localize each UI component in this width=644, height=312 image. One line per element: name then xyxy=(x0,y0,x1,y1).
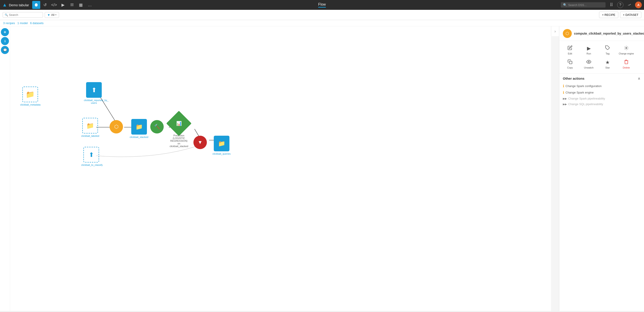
delete-icon xyxy=(624,59,629,65)
flow-canvas[interactable]: + ℹ 💬 📁 clickb xyxy=(0,26,551,311)
bottom-bar: 👁 View : default ▾ ⚙ FLOW ACTIONS ▾ loca… xyxy=(0,311,644,312)
datasets-count: 6 xyxy=(30,21,32,25)
filter-dropdown[interactable]: ▼ All ▾ xyxy=(45,12,59,18)
node-stack-recipe[interactable]: ⬡ xyxy=(110,120,123,134)
node-clickbait-classify[interactable]: ⬆ clickbait_to_classify xyxy=(81,147,101,166)
recipes-link[interactable]: 3 recipes xyxy=(3,21,15,25)
model-label: model xyxy=(20,21,28,25)
node-label-queries: clickbait_queries xyxy=(212,153,230,155)
side-icons: + ℹ 💬 xyxy=(0,26,10,311)
node-label-labeled: clickbait_labeled xyxy=(81,135,99,137)
filter-icon: ▼ xyxy=(47,13,50,17)
spark-config-item[interactable]: ℹ Change Spark configuration xyxy=(563,83,640,89)
more-nav-icon[interactable]: … xyxy=(86,1,94,9)
edit-icon xyxy=(568,45,572,51)
model-link[interactable]: 1 model xyxy=(18,21,28,25)
star-button[interactable]: ★ Star xyxy=(598,58,616,71)
spark-config-icon: ℹ xyxy=(563,84,564,88)
svg-rect-12 xyxy=(569,61,572,64)
run-button[interactable]: ▶ Run xyxy=(580,43,598,57)
node-clickbait-labeled[interactable]: 📁 clickbait_labeled xyxy=(81,118,99,137)
toolbar: 🔍 ▼ All ▾ + RECIPE + DATASET xyxy=(0,10,644,20)
node-clickbait-metadata[interactable]: 📁 clickbait_metadata xyxy=(20,87,40,106)
panel-arrow[interactable]: › xyxy=(551,26,559,36)
top-nav: ▲ Demo tabular ↺ </> ▶ ▦ … Flow 🔍 ⠿ ? A xyxy=(0,0,644,10)
engine-icon xyxy=(624,45,629,52)
node-train-recipe[interactable]: 🔨 xyxy=(150,120,164,134)
spark-engine-icon: ℹ xyxy=(563,90,564,95)
copy-button[interactable]: Copy xyxy=(561,58,579,71)
add-dataset-button[interactable]: + DATASET xyxy=(620,11,641,18)
chat-icon[interactable]: 💬 xyxy=(1,46,9,54)
node-clickbait-reported[interactable]: ⬆ clickbait_reported_by_users xyxy=(84,82,104,104)
datasets-link[interactable]: 6 datasets xyxy=(30,21,44,25)
main-area: + ℹ 💬 📁 clickb xyxy=(0,26,644,311)
tag-button[interactable]: Tag xyxy=(598,43,616,57)
add-recipe-button[interactable]: + RECIPE xyxy=(599,11,618,18)
sql-pipeline-item[interactable]: ▶▶ Change SQL pipelineability xyxy=(563,101,640,107)
folder-queries-icon: 📁 xyxy=(218,140,225,147)
project-name[interactable]: Demo tabular xyxy=(9,3,29,7)
spark-pipeline-label: Change Spark pipelineability xyxy=(568,97,605,100)
node-clickbait-queries[interactable]: 📁 clickbait_queries xyxy=(212,136,230,155)
change-engine-label: Change engine xyxy=(619,52,634,55)
other-actions-header: Other actions ∧ xyxy=(563,76,640,81)
edit-button[interactable]: Edit xyxy=(561,43,579,57)
recipe-icon: ⬡ xyxy=(563,29,572,38)
sql-pipeline-icon: ▶▶ xyxy=(563,103,567,106)
collapse-icon[interactable]: ∧ xyxy=(638,76,640,81)
upload-classify-icon: ⬆ xyxy=(89,151,94,158)
code-nav-icon[interactable]: </> xyxy=(50,1,58,9)
model-icon: 📊 xyxy=(176,121,182,126)
flow-search-input[interactable] xyxy=(9,13,41,16)
change-engine-button[interactable]: Change engine xyxy=(618,43,635,57)
unwatch-button[interactable]: Unwatch xyxy=(580,58,598,71)
node-prediction-model[interactable]: 📊 Prediction (LOGISTICREGRESSION) onclic… xyxy=(169,115,189,148)
filter-label: All xyxy=(51,13,54,16)
flow-search[interactable]: 🔍 xyxy=(3,12,43,18)
node-label-reported: clickbait_reported_by_users xyxy=(84,99,104,104)
node-label-stacked: clickbait_stacked xyxy=(130,136,148,138)
tag-label: Tag xyxy=(606,52,610,55)
flow-nav-icon[interactable] xyxy=(32,1,40,9)
star-label: Star xyxy=(605,66,610,69)
search-icon-small: 🔍 xyxy=(5,13,8,16)
folder-dashed-icon: 📁 xyxy=(86,122,94,130)
global-search[interactable]: 🔍 xyxy=(561,2,606,7)
datasets-label: datasets xyxy=(33,21,44,25)
info-icon[interactable]: ℹ xyxy=(1,37,9,45)
recipes-count: 3 xyxy=(3,21,5,25)
unwatch-label: Unwatch xyxy=(584,66,594,69)
flow-tab[interactable]: Flow xyxy=(318,2,326,7)
node-label-prediction: Prediction (LOGISTICREGRESSION) onclickb… xyxy=(169,134,189,148)
deploy-nav-icon[interactable] xyxy=(68,1,76,9)
apps-icon[interactable]: ⠿ xyxy=(607,1,616,9)
run-icon: ▶ xyxy=(587,45,591,51)
panel-title: compute_clickbait_reported_by_users_stac… xyxy=(574,32,644,35)
nav-right: 🔍 ⠿ ? A xyxy=(561,1,642,9)
model-count: 1 xyxy=(18,21,19,25)
avatar[interactable]: A xyxy=(635,1,642,8)
refresh-nav-icon[interactable]: ↺ xyxy=(41,1,49,9)
other-actions-section: Other actions ∧ ℹ Change Spark configura… xyxy=(559,74,644,110)
filter-funnel-icon: ▼ xyxy=(198,140,202,145)
folder-stacked-icon: 📁 xyxy=(136,123,143,130)
spark-pipeline-item[interactable]: ▶▶ Change Spark pipelineability xyxy=(563,96,640,101)
node-clickbait-stacked[interactable]: 📁 clickbait_stacked xyxy=(130,119,148,138)
edit-label: Edit xyxy=(568,52,572,55)
analytics-icon[interactable] xyxy=(625,1,633,9)
dashboard-nav-icon[interactable]: ▦ xyxy=(77,1,85,9)
help-icon[interactable]: ? xyxy=(617,2,624,8)
run-label: Run xyxy=(586,52,591,55)
svg-point-13 xyxy=(588,61,590,62)
run-nav-icon[interactable]: ▶ xyxy=(59,1,67,9)
spark-engine-item[interactable]: ℹ Change Spark engine xyxy=(563,89,640,96)
delete-button[interactable]: Delete xyxy=(618,58,635,71)
layers-icon: ⬡ xyxy=(566,31,569,36)
spark-pipeline-icon: ▶▶ xyxy=(563,97,567,100)
add-icon[interactable]: + xyxy=(1,28,9,36)
search-input[interactable] xyxy=(568,3,600,7)
copy-label: Copy xyxy=(567,66,573,69)
node-filter-recipe[interactable]: ▼ xyxy=(194,136,207,149)
upload-icon: ⬆ xyxy=(92,86,96,94)
